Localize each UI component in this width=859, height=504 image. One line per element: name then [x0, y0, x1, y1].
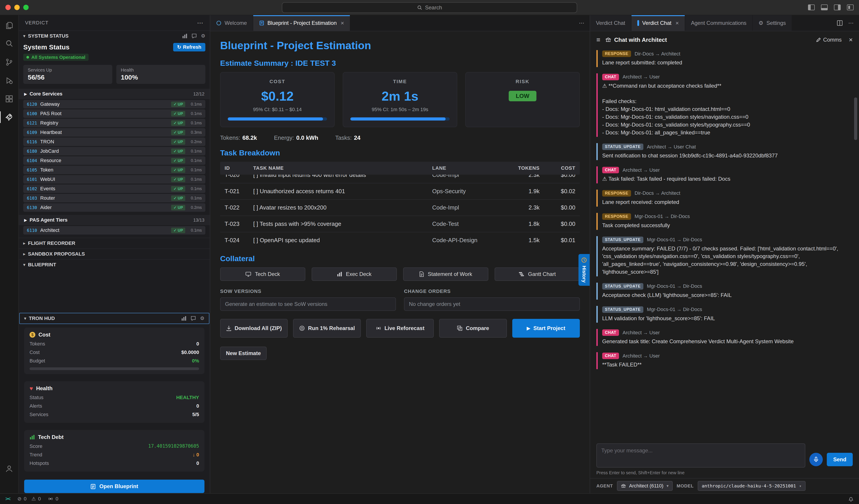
- task-row[interactable]: T-022 [ ] Avatar resizes to 200x200 Code…: [220, 200, 580, 216]
- section-blueprint[interactable]: ▾ BLUEPRINT: [19, 259, 210, 270]
- extensions-icon[interactable]: [4, 94, 14, 104]
- refresh-button[interactable]: ↻ Refresh: [173, 43, 205, 51]
- section-sandbox-proposals[interactable]: ▸ SANDBOX PROPOSALS: [19, 248, 210, 259]
- tech-deck-button[interactable]: Tech Deck: [220, 268, 305, 281]
- customize-layout-icon[interactable]: [847, 4, 854, 10]
- toggle-sidebar-icon[interactable]: [808, 4, 815, 10]
- close-panel-icon[interactable]: ×: [849, 36, 853, 44]
- agent-label: AGENT: [597, 484, 613, 489]
- comment-icon[interactable]: [191, 316, 196, 321]
- service-row[interactable]: 6103 Router ✓ UP 0.1ms: [23, 194, 205, 202]
- gantt-chart-button[interactable]: Gantt Chart: [495, 268, 580, 281]
- toggle-panel-icon[interactable]: [821, 4, 828, 10]
- panel-more-icon[interactable]: ⋯: [848, 20, 854, 26]
- task-tokens: 2.3k: [504, 204, 540, 211]
- service-row[interactable]: 6130 Aider ✓ UP 0.2ms: [23, 203, 205, 212]
- new-estimate-button[interactable]: New Estimate: [220, 347, 267, 360]
- verdict-extension-icon[interactable]: [4, 112, 14, 122]
- task-row[interactable]: T-020 [ ] Invalid input returns 400 with…: [220, 174, 580, 183]
- problems-indicator[interactable]: ⊘ 0 ⚠ 0: [17, 496, 41, 502]
- start-project-button[interactable]: ▶ Start Project: [512, 319, 580, 338]
- section-system-status[interactable]: ▾ SYSTEM STATUS ⚙: [19, 30, 210, 41]
- gear-icon[interactable]: ⚙: [200, 316, 205, 321]
- close-tab-icon[interactable]: ×: [341, 20, 344, 27]
- close-tab-icon[interactable]: ×: [675, 20, 679, 27]
- collateral-actions: Download All (ZIP) Run 1% Rehearsal Live…: [220, 319, 580, 338]
- remote-indicator[interactable]: ><: [5, 496, 10, 502]
- page-title: Blueprint - Project Estimation: [220, 39, 580, 52]
- service-row[interactable]: 6104 Resource ✓ UP 0.1ms: [23, 156, 205, 165]
- history-tab[interactable]: History: [578, 254, 590, 286]
- run-rehearsal-button[interactable]: Run 1% Rehearsal: [293, 319, 361, 338]
- send-button[interactable]: Send: [827, 453, 853, 466]
- activity-bar: [0, 15, 19, 493]
- search-sidebar-icon[interactable]: [4, 39, 14, 49]
- service-row[interactable]: 6180 JobCard ✓ UP 0.1ms: [23, 147, 205, 155]
- tab-verdict-chat-2[interactable]: Verdict Chat ×: [632, 15, 685, 31]
- section-tron-hud[interactable]: ▾ TRON HUD ⚙: [19, 313, 209, 324]
- chat-input[interactable]: [597, 443, 805, 468]
- ports-indicator[interactable]: 0: [48, 496, 58, 502]
- open-blueprint-button[interactable]: Open Blueprint: [24, 479, 205, 493]
- close-window-button[interactable]: [5, 5, 11, 10]
- core-services-header[interactable]: ▶ Core Services 12/12: [19, 89, 210, 99]
- scrollbar-thumb[interactable]: [854, 97, 857, 140]
- sidebar-more-icon[interactable]: ⋯: [197, 19, 204, 27]
- section-flight-recorder[interactable]: ▸ FLIGHT RECORDER: [19, 238, 210, 248]
- tab-verdict-chat-1[interactable]: Verdict Chat: [590, 15, 632, 31]
- mic-button[interactable]: [809, 453, 823, 466]
- core-services-list: 6120 Gateway ✓ UP 0.1ms 6100 PAS Root ✓ …: [19, 99, 210, 213]
- chart-icon[interactable]: [182, 33, 187, 39]
- error-icon: ⊘: [17, 496, 21, 502]
- gear-icon: ⚙: [758, 20, 764, 26]
- compare-button[interactable]: Compare: [439, 319, 507, 338]
- source-control-icon[interactable]: [4, 57, 14, 67]
- service-row[interactable]: 6109 Heartbeat ✓ UP 0.3ms: [23, 128, 205, 137]
- system-status-heading: System Status: [23, 43, 70, 51]
- comms-button[interactable]: Comms: [816, 37, 842, 43]
- service-row[interactable]: 6121 Registry ✓ UP 0.1ms: [23, 119, 205, 127]
- agent-tiers-header[interactable]: ▶ PAS Agent Tiers 13/13: [19, 215, 210, 225]
- tab-welcome[interactable]: Welcome: [210, 15, 253, 31]
- search-icon: [417, 5, 422, 10]
- cost-estimate-card: COST $0.12 95% CI: $0.11 – $0.14: [220, 72, 335, 127]
- tab-blueprint[interactable]: Blueprint - Project Estimation ×: [253, 15, 350, 31]
- service-row[interactable]: 6105 Token ✓ UP 0.1ms: [23, 166, 205, 174]
- service-row[interactable]: 6116 TRON ✓ UP 0.2ms: [23, 138, 205, 146]
- download-all-button[interactable]: Download All (ZIP): [220, 319, 288, 338]
- sidebar: VERDICT ⋯ ▾ SYSTEM STATUS ⚙ System Statu…: [19, 15, 210, 493]
- agent-select[interactable]: Architect (6110) ▾: [617, 481, 673, 491]
- minimize-window-button[interactable]: [14, 5, 20, 10]
- maximize-window-button[interactable]: [23, 5, 29, 10]
- global-search[interactable]: Search: [282, 2, 577, 13]
- task-row[interactable]: T-021 [ ] Unauthorized access returns 40…: [220, 183, 580, 200]
- service-row[interactable]: 6120 Gateway ✓ UP 0.1ms: [23, 100, 205, 108]
- task-table-body[interactable]: T-020 [ ] Invalid input returns 400 with…: [220, 174, 580, 244]
- model-select[interactable]: anthropic/claude-haiku-4-5-20251001 ▾: [698, 481, 805, 491]
- chat-message: CHAT Architect → User **Task FAILED**: [597, 352, 849, 369]
- explorer-icon[interactable]: [4, 20, 14, 30]
- gear-icon[interactable]: ⚙: [201, 33, 205, 39]
- chart-icon[interactable]: [181, 316, 186, 321]
- toggle-secondary-sidebar-icon[interactable]: [834, 4, 841, 10]
- statement-of-work-button[interactable]: Statement of Work: [403, 268, 488, 281]
- tab-settings[interactable]: ⚙ Settings: [753, 15, 792, 31]
- service-row[interactable]: 6110 Architect ✓ UP 0.1ms: [23, 226, 205, 234]
- tab-agent-communications[interactable]: Agent Communications: [685, 15, 753, 31]
- service-port: 6104: [27, 158, 37, 163]
- service-row[interactable]: 6101 WebUI ✓ UP 0.1ms: [23, 175, 205, 184]
- exec-deck-button[interactable]: Exec Deck: [312, 268, 397, 281]
- notifications-bell-icon[interactable]: [848, 496, 854, 502]
- task-row[interactable]: T-023 [ ] Tests pass with >95% coverage …: [220, 216, 580, 232]
- live-reforecast-button[interactable]: Live Reforecast: [366, 319, 434, 338]
- account-icon[interactable]: [4, 464, 14, 474]
- menu-icon[interactable]: ≡: [597, 36, 600, 44]
- run-debug-icon[interactable]: [4, 76, 14, 86]
- comment-icon[interactable]: [192, 33, 197, 39]
- split-editor-icon[interactable]: [837, 20, 843, 26]
- service-row[interactable]: 6100 PAS Root ✓ UP 0.1ms: [23, 109, 205, 118]
- chat-messages[interactable]: RESPONSE Dir-Docs → Architect Lane repor…: [590, 48, 859, 440]
- task-row[interactable]: T-024 [ ] OpenAPI spec updated Code-API-…: [220, 232, 580, 244]
- editor-more-icon[interactable]: ⋯: [579, 20, 584, 26]
- service-row[interactable]: 6102 Events ✓ UP 0.1ms: [23, 184, 205, 193]
